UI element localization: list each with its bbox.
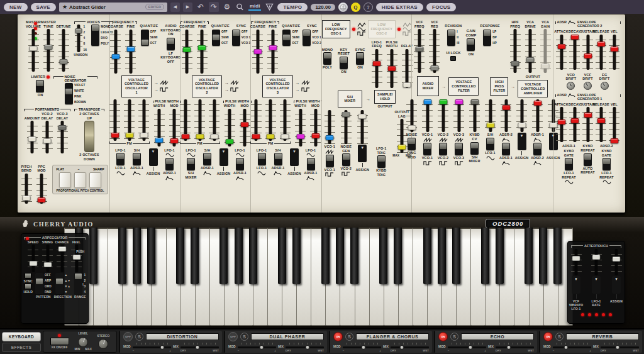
slider-track[interactable] bbox=[28, 245, 38, 272]
zoom-icon[interactable] bbox=[235, 2, 245, 12]
slider-handle[interactable] bbox=[610, 47, 618, 52]
fx-mod-slider[interactable]: –+ bbox=[238, 343, 276, 348]
slider-track[interactable] bbox=[251, 99, 262, 141]
slider-handle[interactable] bbox=[29, 261, 37, 266]
slider-track[interactable] bbox=[341, 110, 352, 144]
slider-track[interactable] bbox=[58, 29, 69, 72]
fx-mix-slider[interactable]: DRYWET bbox=[601, 343, 639, 348]
slider-track[interactable] bbox=[325, 110, 335, 144]
fx-mod-handle[interactable] bbox=[259, 345, 264, 350]
slider-track[interactable] bbox=[42, 121, 53, 153]
slider-track[interactable] bbox=[21, 174, 32, 204]
switch[interactable] bbox=[323, 52, 331, 65]
prev-preset-button[interactable]: ◀ bbox=[170, 3, 180, 12]
midi-button[interactable]: midi bbox=[248, 3, 261, 11]
slider-handle[interactable] bbox=[58, 125, 67, 130]
gain-comp-switch[interactable] bbox=[467, 38, 475, 51]
gear-icon[interactable]: ⚙ bbox=[222, 2, 232, 12]
knob[interactable] bbox=[601, 82, 609, 90]
switch[interactable] bbox=[502, 143, 510, 155]
black-key[interactable] bbox=[191, 228, 199, 284]
slider-handle[interactable] bbox=[226, 139, 234, 144]
black-key[interactable] bbox=[423, 228, 431, 284]
slider-track[interactable] bbox=[556, 35, 567, 70]
slider-track[interactable] bbox=[36, 174, 47, 204]
slider-handle[interactable] bbox=[584, 113, 592, 118]
slider-handle[interactable] bbox=[38, 197, 46, 202]
sync-switch[interactable] bbox=[303, 30, 311, 46]
slider-handle[interactable] bbox=[430, 65, 438, 70]
limiter-switch[interactable] bbox=[36, 80, 44, 92]
arp-hold-button[interactable] bbox=[25, 284, 31, 289]
knob[interactable] bbox=[584, 82, 592, 90]
qwerty-keyboard-icon[interactable]: Q bbox=[351, 3, 360, 12]
slider-track[interactable] bbox=[42, 245, 53, 272]
redo-icon[interactable]: ↷ bbox=[209, 2, 219, 12]
keyboard-mode-switch[interactable] bbox=[167, 38, 175, 50]
slider-handle[interactable] bbox=[557, 119, 565, 124]
slider-track[interactable] bbox=[138, 99, 149, 141]
fx-solo-button[interactable]: S bbox=[555, 333, 564, 341]
fx-mod-handle[interactable] bbox=[362, 345, 366, 350]
black-key[interactable] bbox=[350, 228, 358, 284]
slider-handle[interactable] bbox=[613, 257, 621, 262]
black-key[interactable] bbox=[553, 228, 562, 284]
fx-mix-handle[interactable] bbox=[400, 345, 404, 350]
slider-handle[interactable] bbox=[597, 41, 605, 47]
switch[interactable] bbox=[423, 143, 431, 155]
black-key[interactable] bbox=[336, 228, 344, 284]
slider-track[interactable] bbox=[194, 99, 205, 141]
response-switch[interactable] bbox=[483, 30, 491, 46]
slider-handle[interactable] bbox=[210, 134, 218, 139]
switch[interactable] bbox=[439, 143, 447, 155]
slider-track[interactable] bbox=[57, 245, 67, 272]
ppc-flat-pad[interactable] bbox=[59, 172, 71, 188]
slider-handle[interactable] bbox=[267, 134, 275, 139]
switch[interactable] bbox=[584, 153, 592, 166]
preset-field[interactable]: ★ Abstract Glider EDITED bbox=[59, 3, 167, 12]
slider-track[interactable] bbox=[516, 99, 527, 132]
fx-mix-handle[interactable] bbox=[196, 345, 200, 350]
black-key[interactable] bbox=[525, 228, 533, 284]
fx-name-plate[interactable]: DISTORTION bbox=[146, 333, 219, 340]
slider-track[interactable] bbox=[295, 109, 306, 147]
slider-track[interactable] bbox=[225, 109, 235, 147]
slider-handle[interactable] bbox=[125, 133, 133, 138]
slider-handle[interactable] bbox=[570, 35, 579, 40]
slider-handle[interactable] bbox=[43, 138, 52, 143]
slider-track[interactable] bbox=[422, 99, 433, 132]
fx-name-plate[interactable]: FLANGER & CHORUS bbox=[356, 333, 429, 340]
slider-track[interactable] bbox=[109, 99, 120, 141]
slider-handle[interactable] bbox=[373, 61, 381, 66]
slider-track[interactable] bbox=[125, 30, 136, 74]
slider-handle[interactable] bbox=[43, 262, 52, 267]
slider-handle[interactable] bbox=[269, 45, 277, 50]
slider-handle[interactable] bbox=[28, 136, 36, 141]
black-key[interactable] bbox=[379, 228, 387, 284]
slider-track[interactable] bbox=[414, 29, 425, 73]
slider-handle[interactable] bbox=[140, 133, 148, 138]
slider-track[interactable] bbox=[510, 29, 521, 73]
fx-mix-slider[interactable]: DRYWET bbox=[391, 343, 429, 348]
slider-track[interactable] bbox=[169, 109, 180, 147]
slider-handle[interactable] bbox=[60, 59, 68, 64]
slider-track[interactable] bbox=[611, 249, 622, 275]
save-button[interactable]: SAVE bbox=[31, 3, 56, 11]
slider-track[interactable] bbox=[124, 99, 135, 141]
slider-handle[interactable] bbox=[111, 54, 119, 59]
slider-track[interactable] bbox=[265, 99, 276, 141]
fx-solo-button[interactable]: S bbox=[345, 333, 353, 341]
switch[interactable] bbox=[565, 158, 573, 170]
slider-track[interactable] bbox=[609, 107, 619, 142]
slider-handle[interactable] bbox=[342, 112, 350, 117]
noise-color-switch[interactable] bbox=[65, 83, 73, 104]
slider-handle[interactable] bbox=[549, 123, 557, 128]
slider-handle[interactable] bbox=[326, 135, 334, 140]
assign-selector[interactable] bbox=[290, 148, 299, 166]
hide-extras-button[interactable]: HIDE EXTRAS bbox=[376, 3, 423, 11]
switch[interactable] bbox=[408, 138, 416, 150]
slider-track[interactable] bbox=[569, 107, 580, 142]
slider-handle[interactable] bbox=[111, 133, 119, 138]
black-key[interactable] bbox=[235, 228, 243, 284]
switch[interactable] bbox=[326, 155, 334, 167]
